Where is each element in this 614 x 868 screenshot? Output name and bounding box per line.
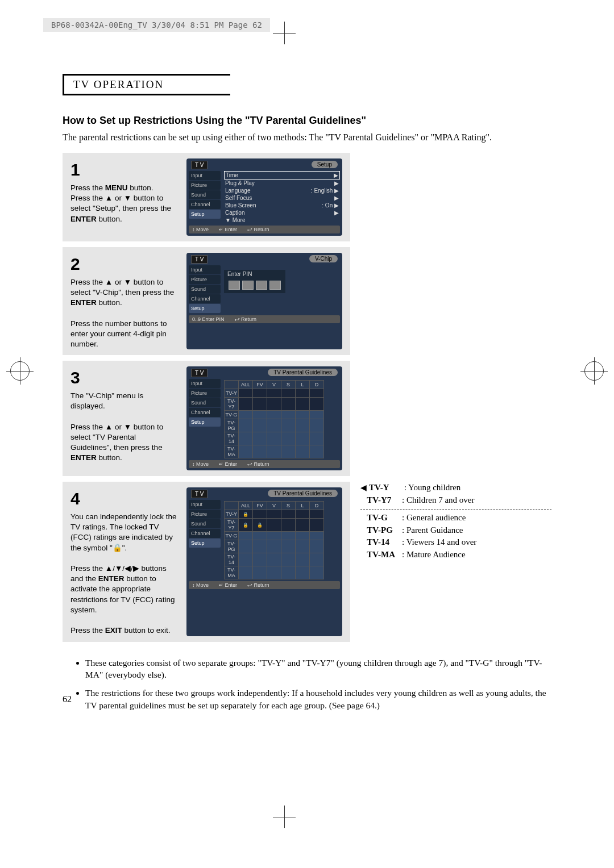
page-number: 62 [63,694,72,704]
step-2: 2Press the ▲ or ▼ button to select "V-Ch… [63,247,350,355]
step-4: 4You can independently lock the TV ratin… [63,482,350,641]
bullet-item: These categories consist of two separate… [85,657,551,681]
registration-mark-left [10,361,30,381]
crop-mark-top [273,22,296,44]
step-1: 1Press the MENU button.Press the ▲ or ▼ … [63,153,350,241]
footnote-bullets: These categories consist of two separate… [63,657,551,712]
rating-legend: ◀TV-Y : Young children TV-Y7 : Children … [360,482,551,561]
section-header: TV OPERATION [63,74,230,95]
intro-text: The parental restrictions can be set up … [63,131,551,144]
section-title: TV OPERATION [73,78,164,90]
osd-screenshot: T VSetup InputPictureSoundChannelSetup T… [186,158,342,236]
doc-header: BP68-00342A-00Eng_TV 3/30/04 8:51 PM Pag… [43,18,270,32]
step-3: 3The "V-Chip" menu is displayed.Press th… [63,361,350,476]
page-title: How to Set up Restrictions Using the "TV… [63,115,551,127]
registration-mark-right [584,361,604,381]
osd-screenshot: T VTV Parental Guidelines InputPictureSo… [186,366,342,470]
osd-screenshot: T VV-Chip InputPictureSoundChannelSetup … [186,253,342,349]
crop-mark-bottom [273,806,296,828]
osd-screenshot: T VTV Parental Guidelines InputPictureSo… [186,487,342,636]
bullet-item: The restrictions for these two groups wo… [85,687,551,711]
